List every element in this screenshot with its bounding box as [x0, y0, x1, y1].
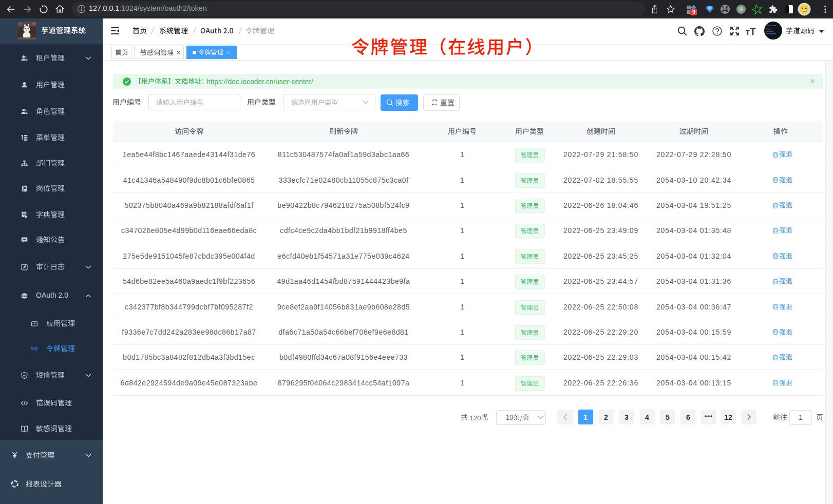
svg-text:(a): (a)	[32, 346, 36, 351]
